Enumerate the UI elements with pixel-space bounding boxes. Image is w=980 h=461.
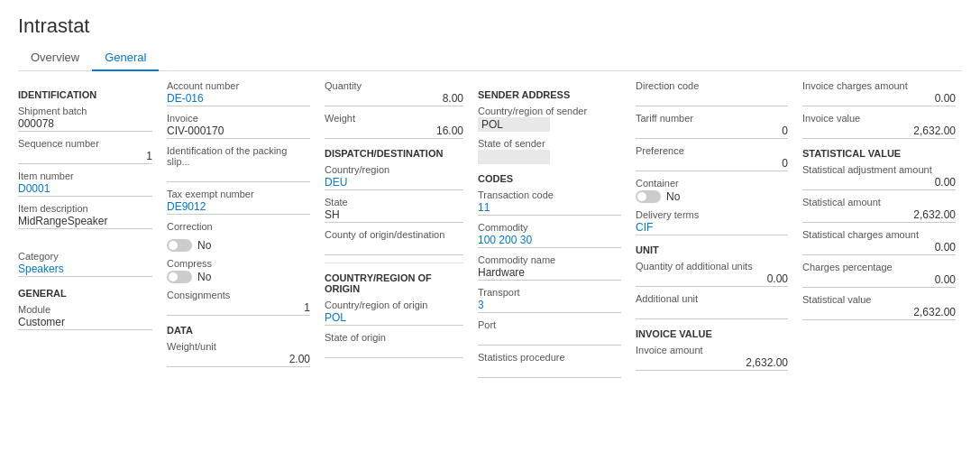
intrastat-page: Intrastat Overview General IDENTIFICATIO… bbox=[0, 0, 980, 461]
col-statistical: Invoice charges amount 0.00 Invoice valu… bbox=[802, 80, 956, 384]
qty-additional-units-value: 0.00 bbox=[636, 272, 788, 287]
state-of-sender-label: State of sender bbox=[478, 138, 621, 149]
field-invoice-charges-amount: Invoice charges amount 0.00 bbox=[802, 80, 956, 106]
stat-amount-value: 2,632.00 bbox=[802, 208, 956, 223]
dispatch-state-value: SH bbox=[325, 208, 463, 223]
field-stat-charges-amount: Statistical charges amount 0.00 bbox=[802, 229, 956, 255]
transaction-code-value[interactable]: 11 bbox=[478, 201, 621, 216]
field-weight: Weight 16.00 bbox=[325, 113, 463, 139]
direction-code-label: Direction code bbox=[636, 80, 788, 91]
charges-percentage-label: Charges percentage bbox=[802, 262, 956, 272]
invoice-amount-label: Invoice amount bbox=[636, 345, 788, 355]
dispatch-section-title: DISPATCH/DESTINATION bbox=[325, 148, 463, 159]
stat-charges-amount-label: Statistical charges amount bbox=[802, 229, 956, 240]
correction-toggle-row: Correction bbox=[167, 221, 310, 233]
field-state-of-sender: State of sender bbox=[478, 138, 621, 164]
field-invoice-value: Invoice value 2,632.00 bbox=[802, 113, 956, 139]
dispatch-state-label: State bbox=[325, 197, 463, 207]
container-toggle: No bbox=[636, 190, 788, 203]
tariff-number-label: Tariff number bbox=[636, 113, 788, 124]
quantity-value: 8.00 bbox=[325, 92, 463, 106]
field-stat-adj-amount: Statistical adjustment amount 0.00 bbox=[802, 164, 956, 190]
transaction-code-label: Transaction code bbox=[478, 189, 621, 200]
field-transaction-code: Transaction code 11 bbox=[478, 189, 621, 216]
category-value[interactable]: Speakers bbox=[18, 263, 152, 277]
container-label: Container bbox=[636, 178, 788, 189]
module-label: Module bbox=[18, 304, 152, 315]
dispatch-country-value[interactable]: DEU bbox=[325, 176, 463, 190]
field-invoice: Invoice CIV-000170 bbox=[167, 113, 310, 139]
field-port: Port bbox=[478, 319, 621, 346]
field-direction-code: Direction code bbox=[636, 80, 788, 106]
item-number-value[interactable]: D0001 bbox=[18, 182, 152, 197]
field-stat-amount: Statistical amount 2,632.00 bbox=[802, 197, 956, 223]
unit-section-title: UNIT bbox=[636, 244, 788, 255]
weight-unit-label: Weight/unit bbox=[167, 341, 310, 352]
module-value: Customer bbox=[18, 316, 152, 330]
field-additional-unit: Additional unit bbox=[636, 293, 788, 319]
compress-toggle-switch[interactable] bbox=[167, 271, 192, 283]
col-codes: SENDER ADDRESS Country/region of sender … bbox=[478, 80, 636, 384]
invoice-value: CIV-000170 bbox=[167, 124, 310, 139]
weight-label: Weight bbox=[325, 113, 463, 124]
field-commodity: Commodity 100 200 30 bbox=[478, 222, 621, 248]
invoice-value-value: 2,632.00 bbox=[802, 124, 956, 139]
sequence-number-label: Sequence number bbox=[18, 138, 152, 149]
field-commodity-name: Commodity name Hardware bbox=[478, 254, 621, 281]
account-number-value[interactable]: DE-016 bbox=[167, 92, 310, 106]
county-origin-label: County of origin/destination bbox=[325, 229, 463, 240]
tab-general[interactable]: General bbox=[92, 45, 159, 71]
stat-value-value: 2,632.00 bbox=[802, 306, 956, 320]
compress-label: Compress bbox=[167, 258, 310, 269]
port-value bbox=[478, 331, 621, 346]
field-delivery-terms: Delivery terms CIF bbox=[636, 209, 788, 235]
tax-exempt-value[interactable]: DE9012 bbox=[167, 200, 310, 215]
correction-toggle-label: No bbox=[197, 239, 211, 252]
statistical-value-section-title: STATISTICAL VALUE bbox=[802, 148, 956, 159]
tax-exempt-label: Tax exempt number bbox=[167, 189, 310, 199]
field-stat-value: Statistical value 2,632.00 bbox=[802, 294, 956, 320]
sender-address-section-title: SENDER ADDRESS bbox=[478, 89, 621, 100]
invoice-charges-amount-label: Invoice charges amount bbox=[802, 80, 956, 91]
compress-toggle-label: No bbox=[197, 271, 211, 283]
stat-charges-amount-value: 0.00 bbox=[802, 241, 956, 255]
additional-unit-value bbox=[636, 305, 788, 319]
correction-toggle-switch[interactable] bbox=[167, 239, 192, 252]
field-transport: Transport 3 bbox=[478, 287, 621, 313]
invoice-label: Invoice bbox=[167, 113, 310, 124]
weight-value: 16.00 bbox=[325, 124, 463, 139]
col-direction: Direction code Tariff number 0 Preferenc… bbox=[636, 80, 802, 384]
field-dispatch-state: State SH bbox=[325, 197, 463, 223]
commodity-value[interactable]: 100 200 30 bbox=[478, 234, 621, 248]
compress-toggle: No bbox=[167, 271, 310, 283]
correction-toggle: No bbox=[167, 239, 310, 252]
preference-label: Preference bbox=[636, 145, 788, 156]
container-toggle-switch[interactable] bbox=[636, 190, 661, 203]
field-tariff-number: Tariff number 0 bbox=[636, 113, 788, 139]
field-quantity: Quantity 8.00 bbox=[325, 80, 463, 106]
tab-overview[interactable]: Overview bbox=[18, 45, 92, 71]
col-dispatch: Quantity 8.00 Weight 16.00 DISPATCH/DEST… bbox=[325, 80, 478, 384]
country-of-origin-label: Country/region of origin bbox=[325, 300, 463, 310]
field-id-packing-slip: Identification of the packing slip... bbox=[167, 145, 310, 182]
field-item-description: Item description MidRangeSpeaker bbox=[18, 203, 152, 229]
field-sequence-number: Sequence number 1 bbox=[18, 138, 152, 164]
preference-value: 0 bbox=[636, 157, 788, 171]
category-label: Category bbox=[18, 251, 152, 262]
divider-dispatch bbox=[325, 263, 463, 263]
country-of-origin-value[interactable]: POL bbox=[325, 311, 463, 326]
delivery-terms-label: Delivery terms bbox=[636, 209, 788, 220]
general-section-title: GENERAL bbox=[18, 288, 152, 299]
county-origin-value bbox=[325, 241, 463, 255]
correction-label: Correction bbox=[167, 221, 221, 232]
delivery-terms-value[interactable]: CIF bbox=[636, 221, 788, 235]
field-consignments: Consignments 1 bbox=[167, 290, 310, 316]
transport-value[interactable]: 3 bbox=[478, 299, 621, 313]
state-of-origin-label: State of origin bbox=[325, 332, 463, 343]
main-content: IDENTIFICATION Shipment batch 000078 Seq… bbox=[0, 71, 980, 393]
invoice-amount-value: 2,632.00 bbox=[636, 356, 788, 371]
shipment-batch-value: 000078 bbox=[18, 117, 152, 132]
shipment-batch-label: Shipment batch bbox=[18, 106, 152, 116]
field-shipment-batch: Shipment batch 000078 bbox=[18, 106, 152, 132]
commodity-name-value: Hardware bbox=[478, 266, 621, 281]
